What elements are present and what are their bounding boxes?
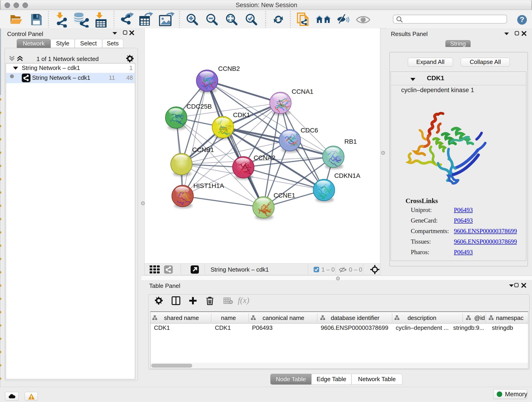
svg-text:CCNA2: CCNA2 xyxy=(254,154,275,161)
svg-text:CDK1: CDK1 xyxy=(233,111,250,119)
svg-text:?: ? xyxy=(520,15,525,24)
svg-text:CCNE1: CCNE1 xyxy=(273,192,295,199)
svg-text:HIST1H1A: HIST1H1A xyxy=(193,182,224,189)
svg-text:CDKN1A: CDKN1A xyxy=(334,172,360,179)
svg-text:CCNB1: CCNB1 xyxy=(192,146,214,153)
svg-text:CCNA1: CCNA1 xyxy=(292,88,313,95)
svg-text:RB1: RB1 xyxy=(344,138,357,145)
svg-text:CDC25B: CDC25B xyxy=(186,103,212,110)
svg-text:CDC6: CDC6 xyxy=(301,127,318,134)
svg-text:CCNB2: CCNB2 xyxy=(218,65,240,72)
